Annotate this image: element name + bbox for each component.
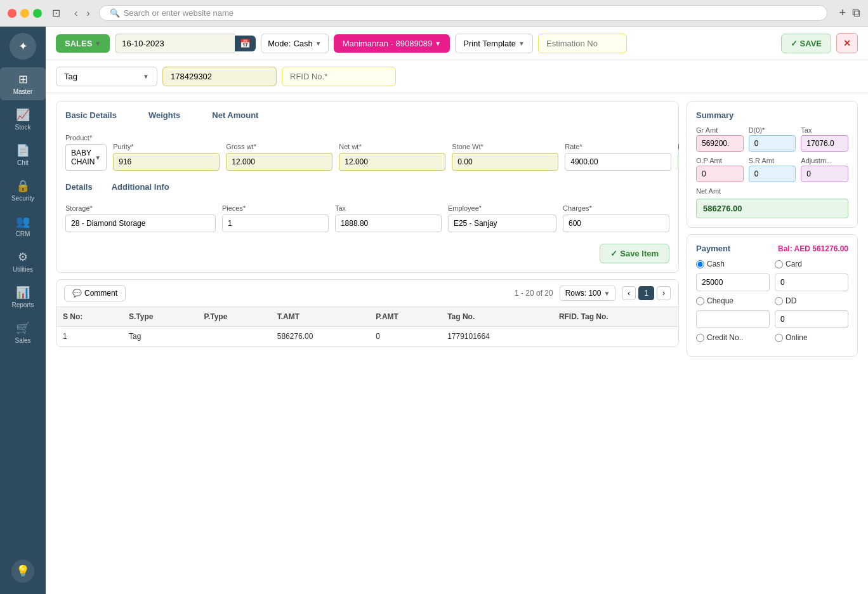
save-item-label: Save Item bbox=[620, 249, 659, 258]
pagination-info: 1 - 20 of 20 bbox=[515, 289, 553, 298]
cell-pamt: 0 bbox=[369, 327, 441, 346]
tabs-button[interactable]: ⧉ bbox=[852, 6, 860, 20]
address-bar[interactable]: 🔍 Search or enter website name bbox=[99, 5, 828, 21]
cell-tagno: 1779101664 bbox=[441, 327, 553, 346]
new-tab-button[interactable]: + bbox=[839, 6, 846, 20]
cell-rfid bbox=[553, 327, 678, 346]
page-1-button[interactable]: 1 bbox=[638, 286, 654, 300]
sidebar-label-sales: Sales bbox=[15, 337, 30, 344]
minimize-traffic-light[interactable] bbox=[20, 9, 29, 18]
customer-dropdown-button[interactable]: Manimanran - 89089089 ▼ bbox=[334, 34, 450, 53]
master-icon: ⊞ bbox=[18, 72, 28, 86]
summary-top-grid: Gr Amt D(0)* Tax bbox=[696, 126, 848, 152]
save-item-button[interactable]: ✓ Save Item bbox=[600, 244, 669, 263]
payment-credit-online-row: Credit No.. Online bbox=[696, 333, 848, 342]
stone-wt-group: Stone Wt* bbox=[452, 143, 558, 171]
tax-summary-input[interactable] bbox=[801, 135, 848, 152]
credit-group: Credit No.. bbox=[696, 333, 770, 342]
sidebar-label-chit: Chit bbox=[17, 159, 29, 166]
details-row: Storage* Pieces* Tax Employee* bbox=[65, 204, 669, 232]
maximize-traffic-light[interactable] bbox=[33, 9, 42, 18]
cheque-radio[interactable] bbox=[696, 297, 704, 305]
dd-input[interactable] bbox=[775, 310, 848, 328]
dd-radio-group: DD bbox=[775, 296, 848, 305]
employee-input[interactable] bbox=[448, 214, 556, 232]
sidebar-item-crm[interactable]: 👥 CRM bbox=[0, 209, 46, 242]
net-wt-input[interactable] bbox=[339, 153, 445, 171]
cheque-label: Cheque bbox=[707, 296, 733, 305]
pieces-input[interactable] bbox=[222, 214, 329, 232]
card-radio[interactable] bbox=[775, 260, 783, 268]
back-button[interactable]: ‹ bbox=[72, 6, 80, 20]
cheque-input[interactable] bbox=[696, 310, 770, 328]
table-body: 1 Tag 586276.00 0 1779101664 bbox=[56, 327, 678, 346]
sidebar-item-security[interactable]: 🔒 Security bbox=[0, 174, 46, 207]
d0-input[interactable] bbox=[749, 135, 796, 152]
sales-dropdown-button[interactable]: SALES ▼ bbox=[56, 34, 110, 53]
sidebar-item-reports[interactable]: 📊 Reports bbox=[0, 280, 46, 314]
col-stype: S.Type bbox=[122, 307, 197, 327]
cash-radio[interactable] bbox=[696, 260, 704, 268]
print-template-label: Print Template bbox=[463, 39, 516, 48]
comment-button[interactable]: 💬 Comment bbox=[64, 285, 126, 301]
sidebar-item-stock[interactable]: 📈 Stock bbox=[0, 103, 46, 136]
mode-dropdown[interactable]: Mode: Cash ▼ bbox=[261, 34, 328, 53]
prev-page-button[interactable]: ‹ bbox=[622, 286, 636, 300]
rate-input[interactable] bbox=[565, 153, 671, 171]
sidebar-item-sales[interactable]: 🛒 Sales bbox=[0, 316, 46, 349]
sr-amt-input[interactable] bbox=[749, 166, 796, 182]
purity-input[interactable] bbox=[113, 153, 220, 171]
card-input[interactable] bbox=[775, 274, 848, 291]
close-traffic-light[interactable] bbox=[8, 9, 16, 18]
gr-amt-group: Gr Amt bbox=[696, 126, 744, 152]
gr-amt-input[interactable] bbox=[696, 135, 744, 152]
estimation-input[interactable] bbox=[538, 34, 627, 53]
page-nav: ‹ 1 › bbox=[622, 286, 671, 300]
storage-input[interactable] bbox=[65, 214, 216, 232]
cash-input[interactable] bbox=[696, 274, 770, 291]
tag-dropdown[interactable]: Tag ▼ bbox=[56, 67, 157, 86]
cash-group: Cash bbox=[696, 260, 770, 268]
save-item-row: ✓ Save Item bbox=[65, 239, 669, 263]
crm-icon: 👥 bbox=[16, 214, 30, 228]
bulb-button[interactable]: 💡 bbox=[11, 560, 34, 583]
product-label: Product* bbox=[65, 134, 107, 142]
card-label: Card bbox=[786, 260, 802, 268]
data-table: S No: S.Type P.Type T.AMT P.AMT Tag No. … bbox=[56, 307, 678, 346]
print-template-dropdown[interactable]: Print Template ▼ bbox=[455, 34, 533, 53]
adjustment-input[interactable] bbox=[801, 166, 848, 182]
gross-wt-input[interactable] bbox=[226, 153, 332, 171]
online-radio[interactable] bbox=[775, 334, 783, 342]
sidebar-toggle-button[interactable]: ⊡ bbox=[52, 7, 60, 19]
sidebar-item-chit[interactable]: 📄 Chit bbox=[0, 138, 46, 171]
sr-amt-label: S.R Amt bbox=[749, 157, 796, 164]
payment-cash-card-row: Cash Card bbox=[696, 260, 848, 268]
charges-input[interactable] bbox=[563, 214, 669, 232]
product-dropdown[interactable]: BABY CHAIN ▼ bbox=[65, 144, 107, 171]
credit-radio[interactable] bbox=[696, 334, 704, 342]
dd-radio[interactable] bbox=[775, 297, 783, 305]
tag-number-input[interactable] bbox=[162, 67, 277, 86]
stone-wt-input[interactable] bbox=[452, 153, 558, 171]
op-amt-input[interactable] bbox=[696, 166, 744, 182]
date-input[interactable] bbox=[115, 34, 235, 53]
close-button[interactable]: ✕ bbox=[836, 33, 858, 53]
net-amt-summary-label: Net Amt bbox=[696, 187, 848, 195]
adjustment-group: Adjustm... bbox=[801, 157, 848, 182]
calendar-button[interactable]: 📅 bbox=[235, 36, 256, 51]
product-chevron-icon: ▼ bbox=[95, 154, 101, 161]
sidebar-label-utilities: Utilities bbox=[13, 266, 33, 273]
save-button[interactable]: ✓ SAVE bbox=[781, 34, 831, 53]
rfid-input[interactable] bbox=[282, 67, 396, 86]
net-amt-input[interactable] bbox=[678, 153, 679, 171]
next-page-button[interactable]: › bbox=[657, 286, 671, 300]
close-label: ✕ bbox=[843, 38, 851, 48]
rows-select-dropdown[interactable]: Rows: 100 ▼ bbox=[560, 286, 616, 301]
sidebar-item-master[interactable]: ⊞ Master bbox=[0, 67, 46, 100]
net-amt-summary-input[interactable] bbox=[696, 199, 848, 218]
payment-title: Payment bbox=[696, 244, 730, 253]
forward-button[interactable]: › bbox=[84, 6, 92, 20]
cell-ptype bbox=[197, 327, 270, 346]
sidebar-item-utilities[interactable]: ⚙ Utilities bbox=[0, 245, 46, 278]
tax-input[interactable] bbox=[335, 214, 442, 232]
